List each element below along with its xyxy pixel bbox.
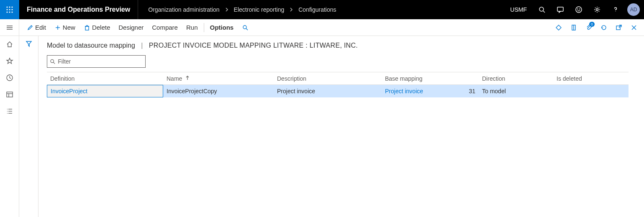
col-description[interactable]: Description <box>274 75 382 82</box>
svg-point-5 <box>11 9 13 10</box>
cell-base-mapping[interactable]: Project invoice <box>382 88 462 94</box>
search-icon <box>242 24 249 31</box>
star-icon <box>6 57 13 65</box>
workspaces-icon <box>6 91 13 98</box>
new-button[interactable]: New <box>50 19 80 36</box>
settings-button[interactable] <box>588 0 606 19</box>
designer-button[interactable]: Designer <box>114 19 148 36</box>
office-icon <box>570 24 577 31</box>
quick-filter-input[interactable] <box>55 58 143 65</box>
breadcrumb-item-org-admin[interactable]: Organization administration <box>148 6 219 13</box>
hamburger-icon <box>6 24 13 31</box>
chevron-right-icon <box>220 7 234 13</box>
action-bar-right: 0 <box>552 21 641 34</box>
svg-point-4 <box>9 9 10 10</box>
search-button[interactable] <box>533 0 551 19</box>
cell-direction: To model <box>479 88 553 94</box>
nav-favorites[interactable] <box>0 53 19 69</box>
svg-line-47 <box>53 62 55 64</box>
svg-point-1 <box>9 6 10 8</box>
nav-modules[interactable] <box>0 103 19 120</box>
nav-workspaces[interactable] <box>0 86 19 103</box>
svg-point-6 <box>6 11 8 13</box>
col-base-mapping[interactable]: Base mapping <box>382 75 479 82</box>
compare-label: Compare <box>152 24 178 31</box>
office-button[interactable] <box>567 21 580 34</box>
nav-recent[interactable] <box>0 69 19 86</box>
designer-label: Designer <box>118 24 144 31</box>
trash-icon <box>84 24 90 31</box>
svg-marker-20 <box>7 58 13 64</box>
svg-rect-33 <box>85 26 89 30</box>
options-label: Options <box>210 24 234 31</box>
svg-point-7 <box>9 11 10 13</box>
chat-icon <box>557 6 564 13</box>
svg-point-15 <box>596 9 598 11</box>
action-bar: Edit New Delete Designer Compare Run Opt… <box>19 19 644 36</box>
messages-button[interactable] <box>551 0 570 19</box>
svg-point-13 <box>577 9 578 9</box>
cell-definition[interactable]: InvoiceProject <box>47 85 163 97</box>
global-header: Finance and Operations Preview Organizat… <box>0 0 644 19</box>
col-is-deleted[interactable]: Is deleted <box>553 75 603 82</box>
grid-header-row: Definition Name Description Base mapping… <box>47 72 629 85</box>
run-button[interactable]: Run <box>182 19 202 36</box>
edit-icon <box>27 24 33 31</box>
svg-rect-41 <box>616 26 620 30</box>
svg-rect-11 <box>557 7 563 11</box>
svg-rect-22 <box>7 92 13 97</box>
popout-icon <box>615 24 623 31</box>
app-launcher[interactable] <box>0 0 19 19</box>
nav-hamburger[interactable] <box>0 19 19 36</box>
svg-point-36 <box>243 26 246 29</box>
filter-pane-toggle-rail <box>19 36 38 217</box>
filter-pane-toggle[interactable] <box>25 40 33 49</box>
prism-button[interactable] <box>552 21 565 34</box>
user-avatar[interactable]: AD <box>627 3 640 16</box>
svg-point-12 <box>576 7 582 13</box>
refresh-icon <box>600 24 608 31</box>
feedback-button[interactable] <box>570 0 588 19</box>
divider <box>204 23 204 32</box>
attachments-button[interactable]: 0 <box>582 21 595 34</box>
breadcrumb-item-er[interactable]: Electronic reporting <box>234 6 285 13</box>
new-label: New <box>63 24 75 31</box>
funnel-icon <box>25 40 33 48</box>
svg-line-37 <box>246 28 248 30</box>
quick-filter[interactable] <box>47 55 146 68</box>
popout-button[interactable] <box>612 21 626 34</box>
company-picker[interactable]: USMF <box>504 6 533 13</box>
svg-marker-45 <box>26 41 31 46</box>
run-label: Run <box>186 24 198 31</box>
breadcrumb: Organization administration Electronic r… <box>138 0 336 19</box>
close-button[interactable] <box>627 21 641 34</box>
gear-icon <box>593 6 601 13</box>
home-icon <box>6 41 13 48</box>
svg-point-46 <box>51 59 54 63</box>
cell-name: InvoiceProjectCopy <box>163 88 274 94</box>
refresh-button[interactable] <box>597 21 611 34</box>
svg-point-0 <box>6 6 8 8</box>
edit-button[interactable]: Edit <box>23 19 50 36</box>
nav-rail <box>0 19 19 217</box>
delete-button[interactable]: Delete <box>80 19 114 36</box>
svg-point-14 <box>580 9 580 9</box>
svg-point-3 <box>6 9 8 10</box>
svg-marker-38 <box>556 25 561 30</box>
options-button[interactable]: Options <box>206 19 238 36</box>
diamond-icon <box>555 24 562 31</box>
page-search-button[interactable] <box>238 19 254 36</box>
svg-point-16 <box>615 11 616 12</box>
col-direction[interactable]: Direction <box>479 75 553 82</box>
page-subtitle: PROJECT INVOICE MODEL MAPPING LITWARE : … <box>149 42 358 49</box>
nav-home[interactable] <box>0 36 19 53</box>
help-button[interactable] <box>606 0 625 19</box>
grid-row[interactable]: InvoiceProject InvoiceProjectCopy Projec… <box>47 85 629 97</box>
sort-asc-icon <box>185 75 190 82</box>
col-definition[interactable]: Definition <box>47 75 163 82</box>
compare-button[interactable]: Compare <box>148 19 182 36</box>
col-name[interactable]: Name <box>163 75 274 82</box>
plus-icon <box>54 24 61 31</box>
page-content: Model to datasource mapping | PROJECT IN… <box>38 36 644 217</box>
breadcrumb-item-configurations[interactable]: Configurations <box>298 6 336 13</box>
